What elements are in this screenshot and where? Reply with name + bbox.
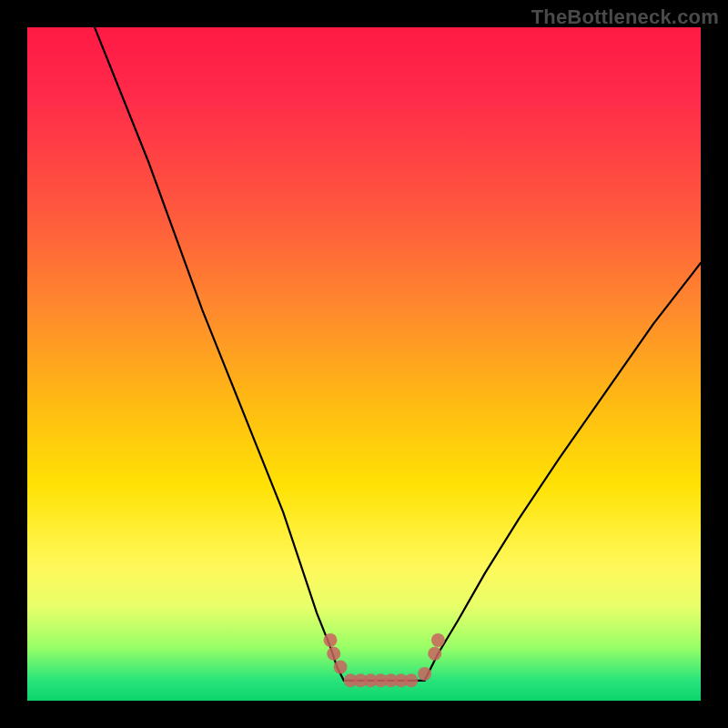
valley-markers (324, 633, 445, 687)
marker-dot (324, 633, 338, 647)
watermark-text: TheBottleneck.com (531, 5, 719, 29)
series-left-branch (95, 27, 344, 681)
marker-dot (428, 647, 441, 661)
marker-dot (418, 667, 431, 681)
series-right-branch (425, 263, 701, 681)
marker-dot (334, 661, 348, 674)
marker-dot (431, 633, 445, 647)
marker-dot (404, 673, 418, 687)
curve-svg (27, 27, 701, 701)
chart-frame: TheBottleneck.com (0, 0, 728, 728)
marker-dot (327, 647, 340, 661)
curve-lines (95, 27, 701, 681)
plot-area (27, 27, 701, 701)
